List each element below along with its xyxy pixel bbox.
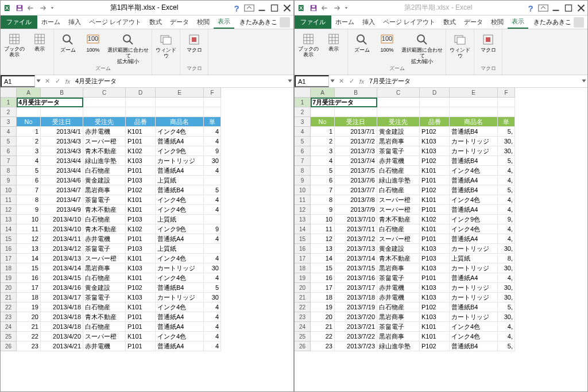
table-cell[interactable]: インク4色 xyxy=(156,273,204,283)
table-cell[interactable]: 2013/4/3 xyxy=(41,146,83,156)
table-cell[interactable]: カートリッジ xyxy=(450,137,498,146)
table-cell[interactable]: 赤井電機 xyxy=(83,341,126,351)
table-cell[interactable]: P101 xyxy=(126,322,156,332)
table-cell[interactable]: K101 xyxy=(126,302,156,312)
table-cell[interactable]: 緑山進学塾 xyxy=(377,176,420,185)
table-cell[interactable]: 普通紙A4 xyxy=(156,341,204,351)
table-cell[interactable]: インク4色 xyxy=(450,332,498,341)
table-cell[interactable]: P101 xyxy=(126,137,156,146)
table-cell[interactable]: 5 xyxy=(17,166,41,176)
user-area[interactable]: きたみあきこ xyxy=(530,15,587,29)
row-header-20[interactable]: 20 xyxy=(295,283,311,293)
table-cell[interactable]: P103 xyxy=(126,244,156,254)
table-cell[interactable]: 2013/7/1 xyxy=(335,127,377,137)
table-cell[interactable]: 1 xyxy=(17,127,41,137)
table-cell[interactable]: 21 xyxy=(17,322,41,332)
table-cell[interactable]: 上質紙 xyxy=(450,254,498,263)
maximize-icon[interactable] xyxy=(268,2,281,14)
table-cell[interactable]: 緑山進学塾 xyxy=(377,341,420,351)
name-box[interactable] xyxy=(295,75,329,87)
menu-2[interactable]: ページ レイアウト xyxy=(379,15,439,29)
table-cell[interactable]: 4 xyxy=(204,312,221,322)
row-header-18[interactable]: 18 xyxy=(295,263,311,273)
table-cell[interactable]: 9 xyxy=(204,146,221,156)
table-cell[interactable]: 2013/7/8 xyxy=(335,195,377,205)
formula-expand-icon[interactable] xyxy=(287,77,293,86)
table-cell[interactable]: 21 xyxy=(311,322,335,332)
row-header-2[interactable]: 2 xyxy=(295,107,311,117)
table-cell[interactable]: 黒岩商事 xyxy=(377,332,420,341)
table-cell[interactable]: 10 xyxy=(17,215,41,224)
table-cell[interactable]: 普通紙A4 xyxy=(156,312,204,322)
row-header-3[interactable]: 3 xyxy=(1,117,17,127)
workbook-views-button[interactable]: ブックの表示 xyxy=(3,30,26,58)
table-cell[interactable]: 2013/4/16 xyxy=(41,283,83,293)
table-cell[interactable]: 13 xyxy=(17,244,41,254)
table-cell[interactable]: スーパー橙 xyxy=(83,254,126,263)
table-cell[interactable]: 17 xyxy=(17,283,41,293)
table-cell[interactable]: 4 xyxy=(204,302,221,312)
table-cell[interactable]: 5 xyxy=(204,185,221,195)
table-cell[interactable]: 19 xyxy=(17,302,41,312)
qat-dropdown-icon[interactable] xyxy=(344,4,349,12)
table-cell[interactable]: 2013/7/14 xyxy=(335,254,377,263)
row-header-14[interactable]: 14 xyxy=(1,224,17,234)
table-cell[interactable]: 白石物産 xyxy=(377,185,420,195)
table-cell[interactable]: 30, xyxy=(498,263,515,273)
table-cell[interactable]: 2013/4/18 xyxy=(41,302,83,312)
row-header-21[interactable]: 21 xyxy=(295,293,311,302)
table-cell[interactable]: K101 xyxy=(126,254,156,263)
table-header[interactable]: 受注先 xyxy=(83,117,126,127)
row-header-21[interactable]: 21 xyxy=(1,293,17,302)
table-cell[interactable]: K103 xyxy=(420,146,450,156)
table-cell[interactable]: 2013/7/6 xyxy=(335,176,377,185)
table-cell[interactable]: 11 xyxy=(311,224,335,234)
table-cell[interactable]: 30 xyxy=(204,263,221,273)
table-cell[interactable]: 普通紙B4 xyxy=(450,127,498,137)
table-cell[interactable]: 2013/7/7 xyxy=(335,185,377,195)
table-cell[interactable]: 4, xyxy=(498,273,515,283)
table-cell[interactable] xyxy=(204,176,221,185)
table-cell[interactable]: 2013/7/15 xyxy=(335,263,377,273)
select-all[interactable] xyxy=(1,88,17,98)
table-cell[interactable]: インク4色 xyxy=(156,302,204,312)
table-cell[interactable]: 20 xyxy=(17,312,41,322)
table-cell[interactable]: カートリッジ xyxy=(156,293,204,302)
table-cell[interactable]: 青木不動産 xyxy=(83,312,126,322)
table-cell[interactable]: 2013/7/5 xyxy=(335,166,377,176)
table-cell[interactable]: K101 xyxy=(126,127,156,137)
row-header-19[interactable]: 19 xyxy=(1,273,17,283)
table-cell[interactable]: P102 xyxy=(420,302,450,312)
table-header[interactable]: 受注日 xyxy=(41,117,83,127)
row-header-9[interactable]: 9 xyxy=(1,176,17,185)
table-cell[interactable]: 2013/7/18 xyxy=(335,293,377,302)
cell-A1[interactable]: 4月受注データ xyxy=(17,98,83,107)
table-cell[interactable]: K103 xyxy=(420,263,450,273)
user-area[interactable]: きたみあきこ xyxy=(236,15,293,29)
row-header-26[interactable]: 26 xyxy=(295,341,311,351)
help-icon[interactable]: ? xyxy=(230,2,243,14)
table-cell[interactable]: 12 xyxy=(17,234,41,244)
redo-icon[interactable] xyxy=(38,4,47,12)
window-button[interactable]: ウィンドウ xyxy=(448,30,471,59)
table-cell[interactable]: 白石物産 xyxy=(83,273,126,283)
table-cell[interactable]: 23 xyxy=(311,341,335,351)
table-cell[interactable]: 2013/4/9 xyxy=(41,205,83,215)
table-cell[interactable]: K103 xyxy=(126,156,156,166)
table-cell[interactable]: 普通紙B4 xyxy=(156,185,204,195)
table-cell[interactable]: P103 xyxy=(126,215,156,224)
table-cell[interactable]: 4, xyxy=(498,322,515,332)
name-dropdown-icon[interactable] xyxy=(35,77,42,86)
col-header-C[interactable]: C xyxy=(377,88,420,98)
table-cell[interactable]: 上質紙 xyxy=(156,244,204,254)
table-cell[interactable]: インク4色 xyxy=(450,224,498,234)
table-cell[interactable]: 30 xyxy=(204,156,221,166)
row-header-7[interactable]: 7 xyxy=(295,156,311,166)
table-cell[interactable]: インク4色 xyxy=(156,127,204,137)
table-cell[interactable]: 5 xyxy=(204,283,221,293)
select-all[interactable] xyxy=(295,88,311,98)
table-cell[interactable]: 6 xyxy=(311,176,335,185)
table-cell[interactable]: K101 xyxy=(126,205,156,215)
row-header-25[interactable]: 25 xyxy=(1,332,17,341)
table-cell[interactable]: インク4色 xyxy=(156,205,204,215)
